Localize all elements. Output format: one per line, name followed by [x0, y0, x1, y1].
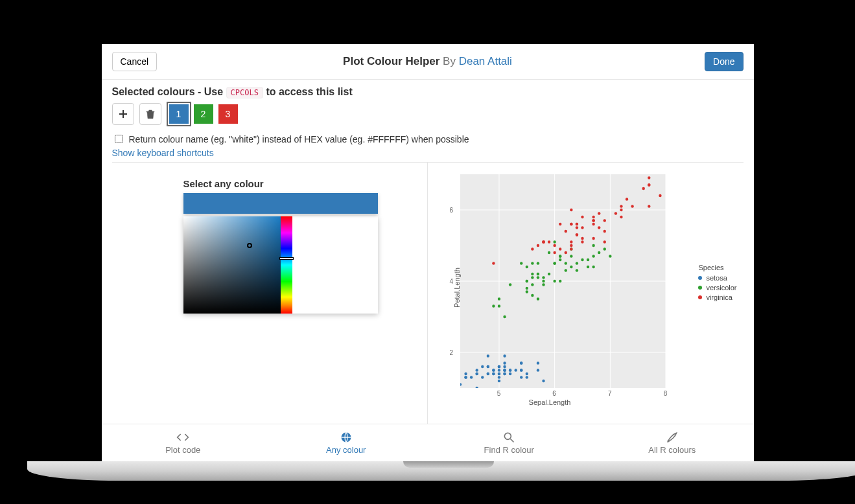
author-link[interactable]: Dean Attali	[459, 55, 512, 67]
svg-point-138	[659, 194, 661, 197]
app-window: Cancel Plot Colour Helper By Dean Attali…	[102, 44, 754, 461]
svg-point-35	[508, 372, 511, 375]
svg-point-53	[503, 365, 506, 368]
tab-all-r-colours[interactable]: All R colours	[591, 424, 754, 461]
svg-point-104	[564, 269, 567, 271]
svg-point-37	[486, 365, 489, 368]
svg-point-97	[525, 266, 528, 268]
svg-point-27	[520, 361, 522, 364]
return-name-checkbox[interactable]	[115, 135, 123, 143]
svg-point-150	[597, 212, 600, 214]
svg-point-72	[592, 266, 594, 268]
tab-all-r-colours-label: All R colours	[648, 445, 696, 455]
y-tick-label: 4	[450, 278, 454, 285]
svg-point-20	[460, 383, 462, 385]
svg-point-21	[542, 380, 545, 382]
laptop-notch	[403, 461, 494, 468]
svg-point-82	[586, 266, 589, 268]
colour-picker-panel: Select any colour	[112, 163, 428, 424]
tab-any-colour-label: Any colour	[326, 445, 366, 455]
brush-icon	[666, 431, 679, 444]
svg-point-24	[503, 372, 506, 375]
svg-point-128	[531, 247, 533, 250]
colour-swatch-3[interactable]: 3	[218, 104, 238, 124]
tab-any-colour[interactable]: Any colour	[264, 424, 428, 461]
svg-point-58	[575, 262, 578, 264]
cpcols-badge: CPCOLS	[226, 87, 263, 98]
svg-point-154	[581, 237, 583, 240]
picker-label: Select any colour	[183, 178, 413, 189]
svg-point-15	[464, 372, 467, 375]
svg-point-127	[603, 219, 605, 222]
svg-point-113	[492, 262, 495, 264]
legend-title: Species	[698, 264, 736, 271]
svg-point-144	[575, 226, 578, 229]
svg-point-63	[570, 255, 572, 257]
trash-icon	[145, 109, 156, 119]
svg-point-68	[547, 273, 550, 275]
svg-point-71	[531, 294, 533, 297]
add-colour-button[interactable]	[112, 103, 134, 125]
colour-swatch-2[interactable]: 2	[194, 104, 213, 124]
svg-point-119	[597, 226, 600, 229]
legend-item: versicolor	[698, 284, 736, 292]
saturation-value-area[interactable]	[183, 216, 281, 314]
svg-point-74	[542, 276, 545, 279]
svg-point-151	[592, 219, 594, 222]
return-name-option[interactable]: Return colour name (eg. "white") instead…	[112, 133, 744, 145]
svg-point-115	[592, 216, 594, 218]
legend-dot	[698, 295, 702, 299]
svg-point-36	[481, 365, 484, 368]
hue-thumb[interactable]	[279, 257, 294, 260]
x-tick-label: 6	[552, 390, 556, 397]
cancel-button[interactable]: Cancel	[112, 52, 158, 71]
svg-point-78	[559, 280, 561, 282]
svg-point-10	[475, 369, 478, 371]
svg-point-134	[559, 247, 561, 250]
colour-input[interactable]	[183, 193, 378, 214]
y-axis-label: Petal.Length	[452, 268, 460, 308]
svg-point-145	[553, 251, 556, 254]
svg-point-76	[531, 283, 533, 286]
tab-plot-code-label: Plot code	[165, 445, 200, 455]
svg-point-52	[486, 372, 489, 375]
svg-point-57	[609, 255, 611, 257]
svg-point-143	[570, 223, 572, 225]
show-shortcuts-link[interactable]: Show keyboard shortcuts	[112, 148, 744, 158]
delete-colour-button[interactable]	[139, 103, 161, 125]
scatter-plot: Petal.Length Sepal.Length Species setosa…	[434, 168, 737, 407]
title-text: Plot Colour Helper	[343, 55, 439, 67]
svg-point-111	[581, 216, 583, 218]
done-button[interactable]: Done	[705, 52, 743, 71]
tab-find-r-colour[interactable]: Find R colour	[428, 424, 591, 461]
hue-slider[interactable]	[281, 216, 292, 314]
svg-point-114	[625, 198, 627, 200]
svg-point-100	[497, 304, 500, 307]
svg-point-147	[592, 223, 594, 225]
svg-point-107	[570, 209, 572, 211]
scatter-points	[460, 174, 666, 388]
svg-point-139	[575, 223, 578, 225]
svg-point-133	[564, 251, 567, 254]
tab-plot-code[interactable]: Plot code	[102, 424, 265, 461]
svg-point-95	[531, 276, 533, 279]
svg-point-80	[559, 255, 561, 257]
selected-suffix: to access this list	[266, 86, 352, 97]
legend-item: virginica	[698, 293, 736, 301]
svg-point-56	[497, 372, 500, 375]
svg-point-120	[536, 244, 539, 247]
colour-swatch-1[interactable]: 1	[169, 104, 189, 124]
svg-point-46	[503, 369, 506, 371]
y-tick-label: 2	[450, 349, 454, 356]
svg-point-116	[620, 205, 622, 207]
svg-point-122	[575, 233, 578, 236]
picker-cursor[interactable]	[247, 243, 252, 248]
svg-point-87	[525, 287, 528, 290]
x-tick-label: 5	[497, 390, 501, 397]
svg-point-75	[564, 262, 567, 264]
svg-point-38	[520, 369, 522, 371]
svg-point-66	[508, 283, 511, 286]
svg-point-25	[536, 361, 539, 364]
return-name-label: Return colour name (eg. "white") instead…	[129, 134, 469, 144]
svg-point-41	[492, 369, 495, 371]
